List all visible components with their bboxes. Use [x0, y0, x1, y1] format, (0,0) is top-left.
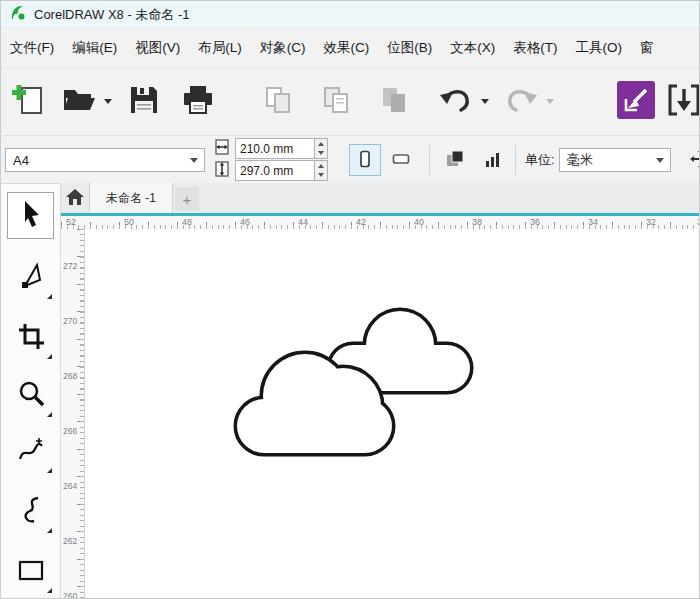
- menu-view[interactable]: 视图(V): [126, 29, 189, 67]
- flyout-arrow-icon: [47, 528, 52, 533]
- portrait-button[interactable]: [349, 144, 381, 176]
- titlebar: CorelDRAW X8 - 未命名 -1: [1, 1, 700, 29]
- page-width-input[interactable]: [235, 138, 315, 159]
- freehand-tool[interactable]: [7, 428, 54, 475]
- units-select[interactable]: 毫米: [559, 148, 671, 172]
- spin-up-icon[interactable]: [315, 161, 327, 171]
- freehand-tool-icon: [16, 435, 46, 468]
- menu-file[interactable]: 文件(F): [1, 29, 63, 67]
- redo-button[interactable]: [499, 76, 543, 128]
- crop-tool[interactable]: [7, 314, 54, 361]
- menu-table[interactable]: 表格(T): [504, 29, 566, 67]
- menu-text[interactable]: 文本(X): [441, 29, 504, 67]
- import-button[interactable]: [614, 76, 658, 128]
- page-size-select[interactable]: A4: [5, 148, 205, 172]
- landscape-icon: [391, 149, 411, 172]
- separator: [515, 145, 516, 175]
- pick-tool[interactable]: [7, 192, 54, 239]
- rectangle-tool-icon: [16, 555, 46, 588]
- all-pages-icon: [444, 148, 466, 173]
- plus-icon: +: [183, 191, 192, 208]
- menu-edit[interactable]: 编辑(E): [63, 29, 126, 67]
- page-height-icon: [213, 160, 231, 181]
- flyout-arrow-icon: [47, 354, 52, 359]
- page-width-icon: [213, 138, 231, 159]
- flyout-arrow-icon: [47, 412, 52, 417]
- portrait-icon: [355, 149, 375, 172]
- document-tab-label: 未命名 -1: [106, 190, 156, 207]
- spin-down-icon[interactable]: [315, 171, 327, 181]
- nudge-cross-icon: [690, 148, 700, 173]
- crop-tool-icon: [16, 321, 46, 354]
- page-artwork: [85, 229, 700, 599]
- cut-button[interactable]: [256, 76, 300, 128]
- chevron-down-icon: [104, 99, 112, 104]
- ruler-number: 270: [63, 316, 77, 326]
- print-icon: [181, 84, 215, 119]
- paste-button[interactable]: [372, 76, 416, 128]
- spin-up-icon[interactable]: [315, 139, 327, 149]
- menu-bitmaps[interactable]: 位图(B): [378, 29, 441, 67]
- undo-dropdown[interactable]: [478, 76, 491, 128]
- ruler-number: 262: [63, 536, 77, 546]
- new-document-icon: [12, 83, 46, 120]
- open-dropdown[interactable]: [101, 76, 114, 128]
- copy-button[interactable]: [314, 76, 358, 128]
- paste-icon: [378, 84, 410, 119]
- document-tab-bar: 未命名 -1 +: [61, 183, 700, 213]
- menubar: 文件(F) 编辑(E) 视图(V) 布局(L) 对象(C) 效果(C) 位图(B…: [1, 29, 700, 67]
- menu-effects[interactable]: 效果(C): [315, 29, 379, 67]
- redo-icon: [505, 85, 537, 118]
- save-icon: [128, 84, 160, 119]
- export-icon: [666, 83, 700, 120]
- export-button[interactable]: [662, 76, 700, 128]
- page-width-spinner[interactable]: [315, 138, 328, 159]
- redo-dropdown[interactable]: [543, 76, 556, 128]
- pick-tool-icon: [16, 199, 46, 232]
- separator: [429, 145, 430, 175]
- zoom-tool[interactable]: [7, 372, 54, 419]
- ruler-number: 48: [182, 217, 192, 227]
- page-height-row: [213, 160, 328, 181]
- drawing-canvas[interactable]: [85, 229, 700, 599]
- bspline-tool[interactable]: [7, 488, 54, 535]
- new-document-button[interactable]: [7, 76, 51, 128]
- ruler-number: 32: [646, 217, 656, 227]
- print-button[interactable]: [176, 76, 220, 128]
- page-height-spinner[interactable]: [315, 160, 328, 181]
- ruler-number: 52: [66, 217, 76, 227]
- coreldraw-logo-icon: [9, 4, 27, 26]
- shape-tool[interactable]: [7, 254, 54, 301]
- chevron-down-icon: [481, 99, 489, 104]
- open-button[interactable]: [57, 76, 101, 128]
- import-icon: [616, 80, 656, 123]
- all-pages-button[interactable]: [439, 144, 471, 176]
- vertical-ruler[interactable]: 272 270 268 266 264 262 260: [61, 229, 85, 599]
- home-button[interactable]: [61, 183, 89, 213]
- ruler-number: 38: [472, 217, 482, 227]
- menu-window[interactable]: 窗: [631, 29, 663, 67]
- menu-layout[interactable]: 布局(L): [189, 29, 251, 67]
- ruler-number: 268: [63, 371, 77, 381]
- chevron-down-icon: [656, 158, 664, 163]
- ruler-number: 264: [63, 481, 77, 491]
- ruler-number: 260: [63, 591, 77, 599]
- cut-icon: [262, 84, 294, 119]
- document-tab[interactable]: 未命名 -1: [89, 183, 173, 213]
- spin-down-icon[interactable]: [315, 149, 327, 159]
- horizontal-ruler[interactable]: 52 50 48 46 44 42 40 38 36 34 32 30: [61, 213, 700, 229]
- flyout-arrow-icon: [47, 468, 52, 473]
- chevron-down-icon: [546, 99, 554, 104]
- menu-tools[interactable]: 工具(O): [567, 29, 632, 67]
- landscape-button[interactable]: [385, 144, 417, 176]
- undo-button[interactable]: [434, 76, 478, 128]
- save-button[interactable]: [122, 76, 166, 128]
- page-height-input[interactable]: [235, 160, 315, 181]
- rectangle-tool[interactable]: [7, 548, 54, 595]
- nudge-offset-button[interactable]: [685, 144, 700, 176]
- ruler-number: 42: [356, 217, 366, 227]
- new-tab-button[interactable]: +: [175, 187, 199, 211]
- menu-object[interactable]: 对象(C): [251, 29, 315, 67]
- current-page-button[interactable]: [477, 144, 509, 176]
- open-folder-icon: [61, 84, 97, 119]
